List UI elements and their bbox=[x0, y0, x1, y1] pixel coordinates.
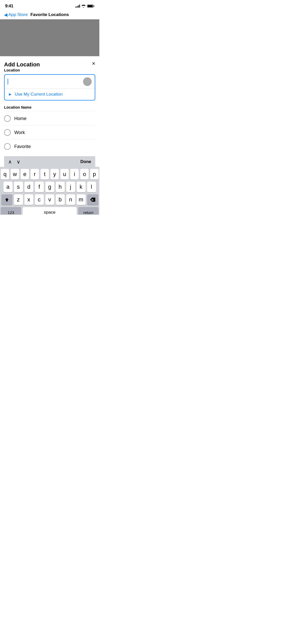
key-t[interactable]: t bbox=[40, 169, 49, 180]
signal-icon bbox=[75, 5, 80, 8]
key-a[interactable]: a bbox=[4, 182, 12, 192]
backspace-icon bbox=[90, 198, 95, 202]
back-label: App Store bbox=[8, 12, 28, 17]
keyboard-row-3: z x c v b n m bbox=[1, 194, 99, 205]
key-l[interactable]: l bbox=[87, 182, 96, 192]
keyboard-toolbar: ∧ ∨ Done bbox=[4, 156, 95, 167]
key-r[interactable]: r bbox=[31, 169, 39, 180]
radio-option-work[interactable]: Work bbox=[4, 125, 95, 139]
key-b[interactable]: b bbox=[56, 194, 65, 205]
key-e[interactable]: e bbox=[21, 169, 29, 180]
radio-label-home: Home bbox=[14, 116, 26, 121]
key-x[interactable]: x bbox=[24, 194, 33, 205]
add-location-sheet: Add Location × Location ► Use My Current… bbox=[0, 56, 99, 167]
sheet-title: Add Location bbox=[4, 61, 40, 68]
location-input-container: ► Use My Current Location bbox=[4, 74, 95, 100]
key-q[interactable]: q bbox=[1, 169, 9, 180]
status-time: 9:41 bbox=[5, 4, 13, 9]
key-i[interactable]: i bbox=[70, 169, 79, 180]
keyboard-row-4: 123 space return bbox=[1, 207, 99, 215]
key-n[interactable]: n bbox=[66, 194, 75, 205]
key-w[interactable]: w bbox=[11, 169, 19, 180]
radio-option-favorite[interactable]: Favorite bbox=[4, 139, 95, 153]
radio-label-favorite: Favorite bbox=[14, 144, 31, 149]
sheet-close-button[interactable]: × bbox=[92, 61, 95, 66]
key-c[interactable]: c bbox=[35, 194, 44, 205]
key-j[interactable]: j bbox=[66, 182, 75, 192]
back-chevron-icon: ◀ bbox=[4, 12, 7, 18]
location-section: Location ► Use My Current Location bbox=[4, 68, 95, 100]
keyboard-row-2: a s d f g h j k l bbox=[1, 182, 99, 192]
key-h[interactable]: h bbox=[56, 182, 65, 192]
key-p[interactable]: p bbox=[90, 169, 99, 180]
status-icons bbox=[75, 5, 94, 8]
status-bar: 9:41 bbox=[0, 0, 99, 10]
radio-circle-home bbox=[4, 115, 11, 122]
location-arrow-icon: ► bbox=[8, 92, 12, 97]
location-name-section: Location Name Home Work Favorite bbox=[4, 100, 95, 153]
location-input-row[interactable] bbox=[5, 75, 95, 89]
toolbar-done-button[interactable]: Done bbox=[80, 159, 91, 164]
nav-bar: ◀ App Store Favorite Locations bbox=[0, 10, 99, 19]
cursor bbox=[8, 79, 8, 84]
key-f[interactable]: f bbox=[35, 182, 44, 192]
radio-circle-work bbox=[4, 129, 11, 136]
key-d[interactable]: d bbox=[24, 182, 33, 192]
drag-handle bbox=[83, 77, 92, 86]
key-m[interactable]: m bbox=[77, 194, 86, 205]
use-current-location-text: Use My Current Location bbox=[15, 92, 63, 97]
toolbar-nav: ∧ ∨ bbox=[8, 159, 20, 165]
battery-icon bbox=[87, 5, 94, 8]
backspace-key[interactable] bbox=[87, 194, 98, 205]
key-s[interactable]: s bbox=[14, 182, 23, 192]
key-y[interactable]: y bbox=[50, 169, 59, 180]
key-k[interactable]: k bbox=[77, 182, 86, 192]
toolbar-down-button[interactable]: ∨ bbox=[17, 159, 20, 165]
location-label: Location bbox=[4, 68, 95, 72]
return-key[interactable]: return bbox=[78, 207, 99, 215]
wifi-icon bbox=[82, 5, 86, 8]
shift-icon bbox=[5, 197, 9, 202]
use-current-location-button[interactable]: ► Use My Current Location bbox=[5, 89, 95, 100]
toolbar-up-button[interactable]: ∧ bbox=[8, 159, 12, 165]
keyboard: q w e r t y u i o p a s d f g h j k l z … bbox=[0, 167, 99, 215]
map-area bbox=[0, 19, 99, 56]
key-o[interactable]: o bbox=[80, 169, 89, 180]
numbers-key[interactable]: 123 bbox=[1, 207, 21, 215]
radio-label-work: Work bbox=[14, 130, 25, 135]
key-g[interactable]: g bbox=[45, 182, 54, 192]
radio-option-home[interactable]: Home bbox=[4, 111, 95, 125]
radio-circle-favorite bbox=[4, 143, 11, 150]
key-v[interactable]: v bbox=[45, 194, 54, 205]
key-u[interactable]: u bbox=[60, 169, 69, 180]
page-title: Favorite Locations bbox=[30, 12, 69, 17]
location-name-label: Location Name bbox=[4, 105, 95, 109]
keyboard-row-1: q w e r t y u i o p bbox=[1, 169, 99, 180]
space-key[interactable]: space bbox=[23, 207, 77, 215]
key-z[interactable]: z bbox=[14, 194, 23, 205]
back-button[interactable]: ◀ App Store bbox=[4, 12, 28, 18]
shift-key[interactable] bbox=[1, 194, 12, 205]
